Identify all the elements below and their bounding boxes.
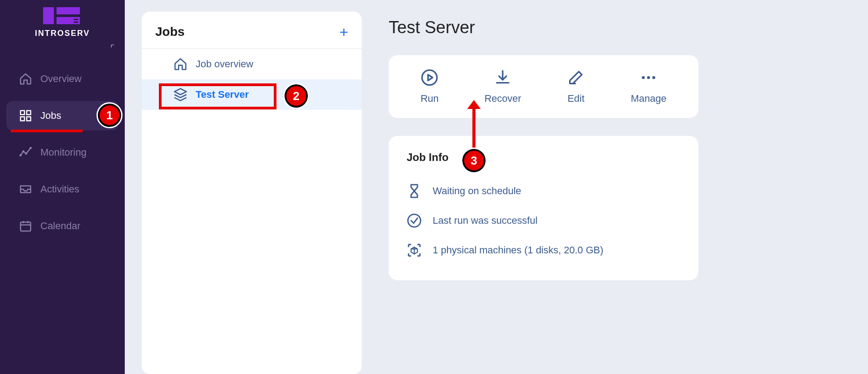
svg-rect-8 [27, 117, 31, 121]
job-list-item-overview[interactable]: Job overview [142, 49, 362, 79]
detail-title: Test Server [389, 18, 850, 37]
action-label: Recover [484, 93, 521, 104]
run-button[interactable]: Run [421, 69, 438, 104]
sidebar-item-label: Jobs [40, 110, 61, 122]
annotation-underline [11, 130, 83, 132]
job-list-item-label: Test Server [196, 89, 249, 100]
more-icon [640, 69, 658, 87]
job-list-item-label: Job overview [196, 58, 253, 70]
home-icon [173, 57, 188, 71]
job-info-heading: Job Info [407, 151, 680, 164]
jobs-panel-title: Jobs [155, 25, 184, 39]
svg-rect-7 [21, 117, 25, 121]
job-info-machines-text: 1 physical machines (1 disks, 20.0 GB) [433, 244, 603, 256]
cube-focus-icon [407, 243, 422, 258]
sidebar-item-overview[interactable]: Overview [6, 64, 118, 94]
calendar-icon [19, 219, 32, 233]
sidebar-item-label: Calendar [40, 220, 80, 232]
svg-rect-1 [57, 7, 80, 14]
logo-icon [42, 4, 83, 27]
grid-icon [19, 109, 32, 122]
annotation-badge-3: 3 [462, 149, 486, 172]
jobs-panel: Jobs + Job overview Test Server 2 [142, 12, 362, 374]
job-list-item-test-server[interactable]: Test Server [142, 79, 362, 110]
job-info-last-run: Last run was successful [407, 206, 680, 235]
sidebar-item-calendar[interactable]: Calendar [6, 211, 118, 241]
svg-rect-5 [21, 111, 25, 115]
svg-rect-0 [43, 7, 54, 24]
svg-point-14 [422, 70, 437, 85]
home-icon [19, 72, 32, 86]
job-info-card: Job Info Waiting on schedule Last run wa… [389, 136, 698, 280]
svg-point-11 [25, 152, 27, 155]
hourglass-icon [407, 183, 422, 199]
svg-rect-3 [74, 19, 78, 20]
job-info-machines: 1 physical machines (1 disks, 20.0 GB) [407, 235, 680, 265]
sidebar-item-label: Monitoring [40, 147, 87, 158]
svg-point-10 [22, 150, 25, 152]
add-job-button[interactable]: + [339, 24, 348, 39]
sidebar-item-monitoring[interactable]: Monitoring [6, 138, 118, 167]
recover-button[interactable]: Recover [484, 69, 521, 104]
svg-point-17 [653, 76, 656, 79]
svg-rect-2 [57, 17, 80, 24]
svg-point-15 [642, 76, 645, 79]
sidebar-item-activities[interactable]: Activities [6, 174, 118, 204]
svg-rect-6 [27, 111, 31, 115]
svg-rect-13 [21, 222, 31, 231]
svg-rect-4 [74, 22, 78, 23]
manage-button[interactable]: Manage [631, 69, 666, 104]
download-icon [494, 69, 512, 87]
layers-icon [173, 87, 188, 102]
action-label: Run [421, 93, 438, 104]
play-icon [421, 69, 438, 87]
sidebar-item-label: Overview [40, 73, 82, 85]
action-card: Run Recover Edit Manage [389, 55, 698, 118]
monitoring-icon [19, 146, 32, 159]
brand-name: INTROSERV [35, 29, 90, 38]
sidebar: INTROSERV Overview Jobs 1 Monitoring [0, 0, 125, 374]
detail-area: Test Server Run Recover Edit [362, 0, 868, 374]
brand-logo: INTROSERV [0, 4, 125, 38]
svg-point-9 [19, 154, 22, 157]
jobs-panel-header: Jobs + [142, 12, 362, 49]
action-label: Edit [567, 93, 584, 104]
svg-point-12 [30, 147, 32, 149]
annotation-badge-2: 2 [285, 84, 308, 108]
edit-icon [567, 69, 585, 87]
check-circle-icon [407, 213, 422, 228]
job-info-status: Waiting on schedule [407, 176, 680, 206]
svg-point-19 [408, 214, 421, 227]
action-label: Manage [631, 93, 666, 104]
annotation-badge-1: 1 [98, 104, 121, 127]
sidebar-item-label: Activities [40, 183, 79, 195]
job-info-last-run-text: Last run was successful [433, 215, 538, 226]
collapse-icon[interactable] [110, 44, 117, 50]
svg-point-16 [647, 76, 650, 79]
inbox-icon [19, 183, 32, 196]
sidebar-item-jobs[interactable]: Jobs 1 [6, 101, 118, 130]
job-info-status-text: Waiting on schedule [433, 185, 521, 197]
edit-button[interactable]: Edit [567, 69, 585, 104]
